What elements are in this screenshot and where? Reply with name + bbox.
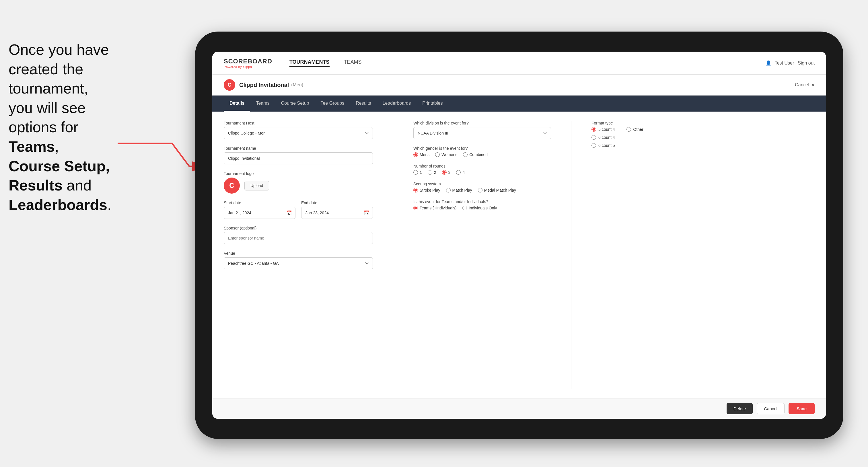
venue-group: Venue Peachtree GC - Atlanta - GA (224, 251, 373, 269)
scoring-stroke[interactable]: Stroke Play (413, 188, 440, 192)
rounds-4-label: 4 (462, 170, 465, 175)
col-divider (393, 121, 393, 389)
scoring-group: Scoring system Stroke Play Match Play (413, 182, 551, 192)
gender-combined[interactable]: Combined (463, 152, 488, 157)
user-area: 👤 Test User | Sign out (766, 60, 815, 66)
rounds-2[interactable]: 2 (428, 170, 436, 175)
middle-column: Which division is the event for? NCAA Di… (413, 121, 551, 389)
tournament-name-label: Tournament name (224, 146, 373, 151)
tournament-name-input[interactable] (224, 152, 373, 164)
tournament-icon: C (224, 79, 235, 91)
delete-button[interactable]: Delete (726, 403, 753, 414)
rounds-3[interactable]: 3 (442, 170, 451, 175)
division-select[interactable]: NCAA Division III (413, 127, 551, 139)
sponsor-label: Sponsor (optional) (224, 226, 373, 230)
individuals-only[interactable]: Individuals Only (462, 206, 497, 210)
upload-button[interactable]: Upload (244, 181, 269, 190)
format-other[interactable]: Other (626, 127, 643, 132)
logo-main: SCOREBOARD (224, 58, 272, 65)
rounds-1-radio[interactable] (413, 170, 418, 175)
nav-links: TOURNAMENTS TEAMS (289, 59, 766, 67)
nav-teams[interactable]: TEAMS (344, 59, 362, 67)
format-6count5[interactable]: 6 count 5 (591, 143, 615, 148)
rounds-radio-group: 1 2 3 4 (413, 170, 551, 175)
cancel-header-label: Cancel (795, 82, 809, 88)
format-5count4[interactable]: 5 count 4 (591, 127, 615, 132)
bg-line5: options for (9, 119, 78, 135)
tab-leaderboards[interactable]: Leaderboards (377, 96, 417, 112)
tab-results[interactable]: Results (350, 96, 377, 112)
end-date-input[interactable] (301, 207, 373, 219)
tab-printables[interactable]: Printables (416, 96, 448, 112)
user-sign-out-link[interactable]: Test User | Sign out (775, 61, 815, 65)
rounds-2-radio[interactable] (428, 170, 432, 175)
start-date-input[interactable] (224, 207, 296, 219)
save-button[interactable]: Save (788, 403, 815, 414)
format-6count4[interactable]: 6 count 4 (591, 135, 615, 140)
scoring-medal-match[interactable]: Medal Match Play (478, 188, 516, 192)
teams-plus-radio[interactable] (413, 206, 418, 210)
logo-sub: Powered by clippd (224, 65, 272, 68)
division-label: Which division is the event for? (413, 121, 551, 125)
background-text: Once you have created the tournament, yo… (0, 40, 161, 215)
gender-mens[interactable]: Mens (413, 152, 429, 157)
tournament-logo-group: Tournament logo C Upload (224, 171, 373, 194)
individuals-only-radio[interactable] (462, 206, 467, 210)
teams-plus-individuals[interactable]: Teams (+Individuals) (413, 206, 457, 210)
bg-line2: created the (9, 61, 83, 77)
format-6count4-radio[interactable] (591, 135, 596, 140)
scoring-label: Scoring system (413, 182, 551, 186)
scoring-radio-group: Stroke Play Match Play Medal Match Play (413, 188, 551, 192)
cancel-header-button[interactable]: Cancel ✕ (795, 82, 815, 88)
rounds-4-radio[interactable] (456, 170, 461, 175)
end-date-label: End date (301, 200, 373, 205)
format-other-radio[interactable] (626, 127, 631, 132)
scoring-stroke-radio[interactable] (413, 188, 418, 192)
gender-womens-radio[interactable] (435, 152, 440, 157)
gender-label: Which gender is the event for? (413, 146, 551, 151)
venue-label: Venue (224, 251, 373, 256)
bg-line4: you will see (9, 99, 86, 116)
format-other-label: Other (633, 127, 643, 132)
rounds-3-radio[interactable] (442, 170, 446, 175)
logo-preview: C (224, 178, 240, 194)
format-columns: 5 count 4 6 count 4 6 count 5 (591, 127, 695, 151)
cancel-button[interactable]: Cancel (757, 403, 784, 414)
tab-details[interactable]: Details (224, 96, 250, 112)
cancel-x-icon: ✕ (811, 82, 815, 88)
rounds-1[interactable]: 1 (413, 170, 422, 175)
tab-course-setup[interactable]: Course Setup (275, 96, 315, 112)
format-6count5-radio[interactable] (591, 143, 596, 148)
format-5count4-label: 5 count 4 (598, 127, 615, 132)
main-content: Tournament Host Clippd College - Men Tou… (212, 112, 826, 398)
date-row: Start date 📅 End date 📅 (224, 200, 373, 219)
sponsor-input[interactable] (224, 232, 373, 244)
user-icon: 👤 (766, 61, 771, 65)
tournament-host-select[interactable]: Clippd College - Men (224, 127, 373, 139)
format-5count4-radio[interactable] (591, 127, 596, 132)
scoring-match[interactable]: Match Play (446, 188, 472, 192)
format-6count5-label: 6 count 5 (598, 143, 615, 148)
left-column: Tournament Host Clippd College - Men Tou… (224, 121, 373, 389)
format-left-options: 5 count 4 6 count 4 6 count 5 (591, 127, 615, 151)
scoring-medal-radio[interactable] (478, 188, 483, 192)
tab-bar: Details Teams Course Setup Tee Groups Re… (212, 96, 826, 112)
nav-tournaments[interactable]: TOURNAMENTS (289, 59, 330, 67)
tournament-subtitle: (Men) (291, 82, 303, 88)
logo-row: C Upload (224, 178, 373, 194)
logo-area: SCOREBOARD Powered by clippd (224, 58, 272, 68)
bg-bold2: Course Setup, (9, 158, 110, 175)
gender-radio-group: Mens Womens Combined (413, 152, 551, 157)
gender-mens-radio[interactable] (413, 152, 418, 157)
tab-tee-groups[interactable]: Tee Groups (315, 96, 350, 112)
tab-teams[interactable]: Teams (250, 96, 275, 112)
gender-combined-radio[interactable] (463, 152, 468, 157)
scoring-match-radio[interactable] (446, 188, 451, 192)
venue-select[interactable]: Peachtree GC - Atlanta - GA (224, 257, 373, 269)
rounds-4[interactable]: 4 (456, 170, 465, 175)
tablet-shell: SCOREBOARD Powered by clippd TOURNAMENTS… (195, 32, 843, 439)
scoring-match-label: Match Play (452, 188, 472, 192)
tournament-name-group: Tournament name (224, 146, 373, 164)
gender-womens[interactable]: Womens (435, 152, 457, 157)
teams-radio-group: Teams (+Individuals) Individuals Only (413, 206, 551, 210)
